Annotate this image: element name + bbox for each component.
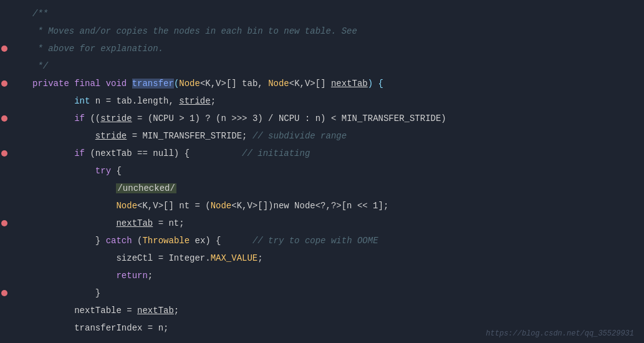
code-line-11: /unchecked/ — [0, 180, 644, 197]
line-content-2: * Moves and/or copies the nodes in each … — [25, 23, 644, 39]
line-content-12: Node<K,V>[] nt = (Node<K,V>[])new Node<?… — [25, 198, 644, 214]
line-content-11: /unchecked/ — [25, 180, 644, 196]
watermark-url: https://blog.csdn.net/qq_35529931 — [486, 329, 634, 338]
breakpoint-icon-3[interactable] — [1, 115, 7, 122]
line-content-3: * above for explanation. — [25, 41, 644, 57]
line-content-8: stride = MIN_TRANSFER_STRIDE; // subdivi… — [25, 128, 644, 144]
breakpoint-icon-5[interactable] — [1, 220, 7, 226]
line-content-1: /** — [25, 6, 644, 22]
line-content-18: nextTable = nextTab; — [25, 302, 644, 319]
code-line-14: } catch (Throwable ex) { // try to cope … — [0, 232, 644, 249]
code-line-13: nextTab = nt; — [0, 215, 644, 232]
code-line-15: sizeCtl = Integer.MAX_VALUE; — [0, 249, 644, 267]
line-content-6: int n = tab.length, stride; — [25, 93, 644, 109]
breakpoint-icon-4[interactable] — [1, 150, 7, 157]
code-line-18: nextTable = nextTab; — [0, 302, 644, 319]
line-content-13: nextTab = nt; — [25, 215, 644, 231]
code-line-2: * Moves and/or copies the nodes in each … — [0, 22, 644, 40]
code-line-16: return; — [0, 267, 644, 284]
line-content-15: sizeCtl = Integer.MAX_VALUE; — [25, 250, 644, 266]
code-line-4: */ — [0, 57, 644, 75]
code-line-8: stride = MIN_TRANSFER_STRIDE; // subdivi… — [0, 127, 644, 145]
code-editor: /** * Moves and/or copies the nodes in e… — [0, 0, 644, 343]
code-line-17: } — [0, 284, 644, 302]
code-line-12: Node<K,V>[] nt = (Node<K,V>[])new Node<?… — [0, 197, 644, 215]
code-line-3: * above for explanation. — [0, 40, 644, 57]
code-line-5: private final void transfer(Node<K,V>[] … — [0, 75, 644, 92]
line-content-9: if (nextTab == null) { // initiating — [25, 145, 644, 162]
line-content-10: try { — [25, 163, 644, 179]
breakpoint-icon-2[interactable] — [1, 80, 7, 87]
line-content-16: return; — [25, 268, 644, 284]
code-line-1: /** — [0, 5, 644, 22]
line-content-4: */ — [25, 58, 644, 74]
code-line-9: if (nextTab == null) { // initiating — [0, 145, 644, 162]
breakpoint-icon[interactable] — [1, 46, 7, 52]
line-content-5: private final void transfer(Node<K,V>[] … — [25, 75, 644, 92]
line-content-14: } catch (Throwable ex) { // try to cope … — [25, 233, 644, 249]
breakpoint-icon-6[interactable] — [1, 290, 7, 296]
line-content-17: } — [25, 285, 644, 301]
code-line-6: int n = tab.length, stride; — [0, 92, 644, 110]
line-content-7: if ((stride = (NCPU > 1) ? (n >>> 3) / N… — [25, 110, 644, 127]
code-line-10: try { — [0, 162, 644, 180]
code-line-7: if ((stride = (NCPU > 1) ? (n >>> 3) / N… — [0, 110, 644, 127]
